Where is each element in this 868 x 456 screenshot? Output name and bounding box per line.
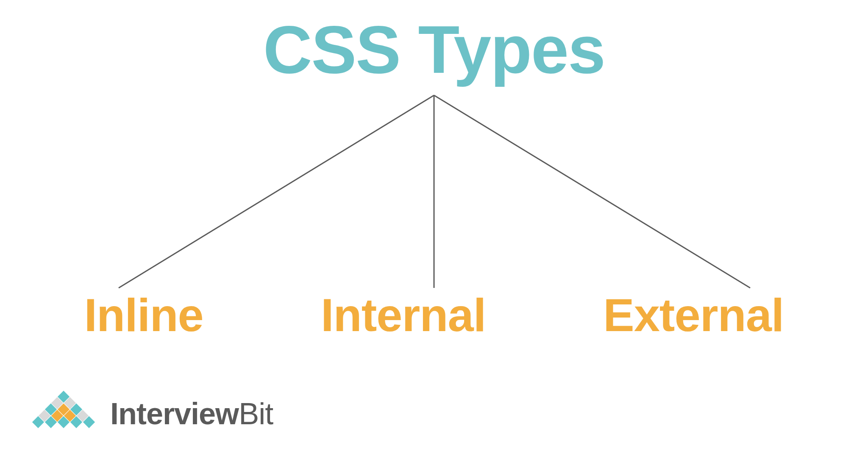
svg-line-0 [119, 95, 434, 288]
diagram-child-external: External [603, 288, 784, 342]
diagram-child-internal: Internal [321, 288, 486, 342]
diagram-child-inline: Inline [84, 288, 203, 342]
brand-name-light: Bit [239, 397, 273, 431]
diagram-children-row: Inline Internal External [0, 288, 868, 342]
brand-name: InterviewBit [110, 396, 273, 431]
brand-name-bold: Interview [110, 397, 239, 431]
svg-line-2 [434, 95, 750, 288]
diagram-root-title: CSS Types [263, 11, 605, 88]
brand-pyramid-icon [25, 388, 102, 439]
brand-logo: InterviewBit [25, 388, 273, 439]
